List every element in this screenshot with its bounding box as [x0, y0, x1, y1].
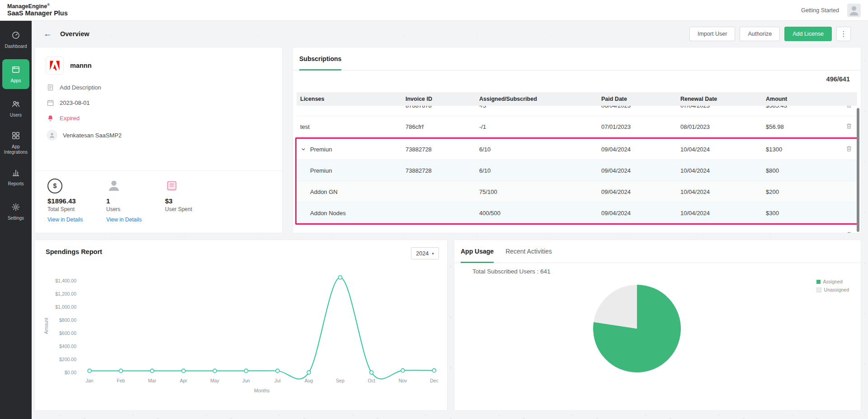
renewal-date: 10/04/2024	[677, 232, 762, 234]
table-row[interactable]: test 786cfrf -/1 07/01/2023 08/01/2023 $…	[297, 116, 857, 137]
users-icon	[11, 99, 20, 110]
back-arrow-icon[interactable]: ←	[43, 29, 52, 39]
assigned-subscribed: -/5	[476, 106, 598, 109]
svg-text:$800.00: $800.00	[59, 317, 76, 323]
invoice-id: 87887878	[402, 106, 476, 109]
invoice-id: 73882728	[402, 146, 476, 153]
receipt-icon	[165, 179, 179, 193]
view-in-details-link[interactable]: View in Details	[47, 217, 83, 223]
license-name: test	[300, 123, 310, 130]
trash-icon[interactable]	[845, 145, 853, 152]
paid-date: 09/04/2024	[598, 232, 677, 234]
svg-text:$1,200.00: $1,200.00	[55, 291, 76, 297]
table-row[interactable]: 87887878 -/5 06/04/2023 07/04/2023 $585.…	[297, 106, 857, 116]
subscriptions-tabs: Subscriptions	[293, 47, 861, 71]
sidebar-item-settings[interactable]: Settings	[0, 194, 32, 229]
brand-name: ManageEngine	[7, 3, 47, 9]
svg-text:Jul: Jul	[274, 378, 280, 383]
chevron-down-icon[interactable]	[300, 232, 307, 233]
stat-label: Users	[106, 206, 120, 212]
app-date-row: 2023-08-01	[47, 99, 282, 107]
apps-icon	[11, 65, 20, 76]
license-name: Addon Nodes	[310, 210, 346, 217]
amount: $200	[762, 188, 837, 195]
highlighted-subscription-group: Premiun 73882728 6/10 09/04/2024 10/04/2…	[295, 137, 859, 225]
add-license-button[interactable]: Add License	[784, 27, 832, 41]
subscriptions-table: Licenses Invoice ID Assigned/Subscribed …	[297, 92, 857, 233]
sidebar-item-reports[interactable]: Reports	[0, 160, 32, 194]
amount: $800	[762, 167, 837, 174]
page-toolbar: ← Overview Import User Authorize Add Lic…	[32, 21, 868, 47]
trash-icon[interactable]	[845, 122, 853, 130]
scrollbar-thumb[interactable]	[857, 108, 859, 232]
amount: $585.43	[762, 106, 837, 109]
sidebar-item-app-integrations[interactable]: App Integrations	[0, 126, 32, 160]
paid-date: 09/04/2024	[598, 167, 677, 174]
user-silhouette-icon	[106, 178, 122, 193]
table-row[interactable]: Premiun G 73882728 0/2 09/04/2024 10/04/…	[297, 225, 857, 233]
license-name: Premiun	[310, 146, 332, 153]
assigned-subscribed: 75/100	[476, 188, 598, 195]
stat-user-spent: $3 User Spent	[165, 178, 212, 223]
svg-text:$400.00: $400.00	[59, 344, 76, 349]
import-user-button[interactable]: Import User	[689, 27, 735, 41]
owner-name: Venkatesan SaaSMP2	[63, 132, 122, 139]
table-header: Licenses Invoice ID Assigned/Subscribed …	[297, 92, 857, 106]
trash-icon[interactable]	[845, 231, 853, 234]
renewal-date: 07/04/2023	[677, 106, 762, 109]
sidebar-item-label: Apps	[11, 78, 21, 84]
stat-users: 1 Users View in Details	[106, 178, 153, 223]
svg-text:Amount: Amount	[43, 318, 49, 334]
spendings-line-chart: $0.00$200.00$400.00$600.00$800.00$1,000.…	[35, 240, 448, 411]
amount: $450	[762, 232, 837, 234]
integrations-icon	[11, 131, 20, 142]
chevron-down-icon[interactable]	[300, 146, 307, 152]
svg-text:$200.00: $200.00	[59, 357, 76, 362]
sidebar-item-apps[interactable]: Apps	[0, 57, 32, 91]
kebab-menu-button[interactable]: ⋮	[836, 27, 851, 41]
table-row-expanded-parent[interactable]: Premiun 73882728 6/10 09/04/2024 10/04/2…	[297, 139, 857, 160]
svg-text:Jan: Jan	[86, 378, 94, 383]
page-title: Overview	[60, 30, 90, 38]
svg-text:Nov: Nov	[399, 378, 407, 383]
app-owner-row: Venkatesan SaaSMP2	[47, 130, 282, 141]
svg-text:$1,000.00: $1,000.00	[55, 304, 76, 310]
paid-date: 06/04/2023	[598, 106, 677, 109]
svg-text:$1,400.00: $1,400.00	[55, 278, 76, 283]
svg-text:Dec: Dec	[430, 378, 439, 383]
app-description-row[interactable]: Add Description	[47, 84, 282, 91]
paid-date: 07/01/2023	[598, 123, 677, 130]
svg-text:May: May	[210, 378, 220, 383]
assigned-subscribed: 400/500	[476, 210, 598, 217]
tab-subscriptions[interactable]: Subscriptions	[299, 47, 341, 70]
table-row-sub[interactable]: Addon Nodes 400/500 09/04/2024 10/04/202…	[297, 202, 857, 223]
sidebar-item-label: Settings	[8, 216, 24, 221]
assigned-subscribed: 6/10	[476, 167, 598, 174]
col-paid-date: Paid Date	[598, 96, 677, 102]
gear-icon	[11, 202, 20, 213]
table-row-sub[interactable]: Addon GN 75/100 09/04/2024 10/04/2024 $2…	[297, 181, 857, 202]
renewal-date: 10/04/2024	[677, 146, 762, 153]
license-name: Premiun G	[310, 232, 338, 234]
sidebar-item-users[interactable]: Users	[0, 91, 32, 126]
view-in-details-link[interactable]: View in Details	[106, 217, 142, 223]
table-row-sub[interactable]: Premiun 73882728 6/10 09/04/2024 10/04/2…	[297, 160, 857, 181]
app-summary-card: mannn Add Description 2023-08-01 Expired…	[34, 47, 283, 233]
amount: $56.98	[762, 123, 837, 130]
col-amount: Amount	[762, 96, 837, 102]
trash-icon[interactable]	[845, 106, 853, 108]
invoice-id: 73882728	[402, 167, 476, 174]
getting-started-link[interactable]: Getting Started	[801, 7, 839, 14]
clipped-row-bottom: Premiun G 73882728 0/2 09/04/2024 10/04/…	[297, 225, 857, 233]
clipped-row-top: 87887878 -/5 06/04/2023 07/04/2023 $585.…	[297, 106, 857, 116]
user-avatar[interactable]	[847, 4, 861, 17]
col-renewal-date: Renewal Date	[677, 96, 762, 102]
svg-text:Months: Months	[254, 388, 269, 393]
authorize-button[interactable]: Authorize	[740, 27, 780, 41]
toolbar-actions: Import User Authorize Add License ⋮	[689, 27, 851, 41]
app-stats: $ $1896.43 Total Spent View in Details 1…	[47, 178, 212, 223]
app-description: Add Description	[60, 84, 101, 91]
stat-label: User Spent	[165, 206, 192, 212]
sidebar-item-dashboard[interactable]: Dashboard	[0, 23, 32, 57]
svg-text:Jun: Jun	[242, 378, 250, 383]
